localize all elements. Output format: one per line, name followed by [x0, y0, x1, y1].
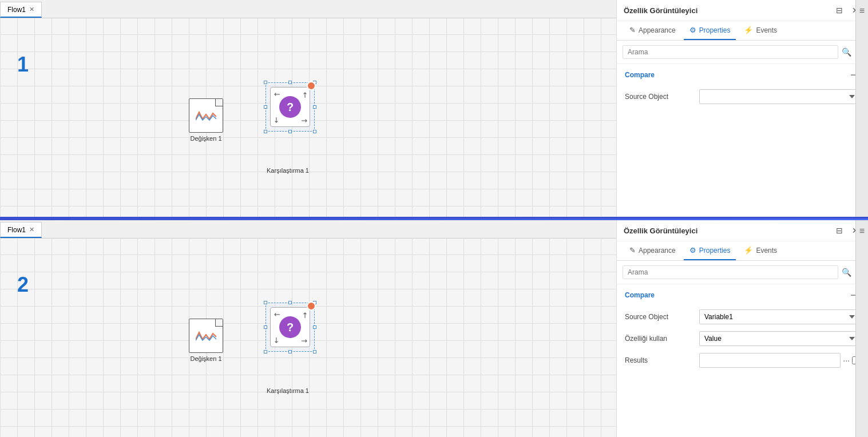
search-input-2[interactable] [623, 265, 838, 279]
property-select-2[interactable]: Value [699, 331, 860, 346]
panel-content-1: Compare — Source Object Variable1 [617, 64, 868, 217]
results-dots-button-2[interactable]: ··· [841, 356, 852, 365]
prop-control-property-2: Value [699, 331, 860, 346]
panel-header-2: Özellik Görüntüleyici ⊟ ✕ [617, 220, 868, 241]
handle-bl-2 [264, 350, 267, 353]
arrow-tl-1: ↗ [271, 89, 282, 100]
sidebar-icon-1[interactable]: ≡ [855, 0, 868, 217]
arrow-bl-2: ↗ [271, 335, 282, 345]
tab-label-2: Flow1 [7, 226, 26, 234]
prop-label-source-1: Source Object [625, 93, 693, 101]
prop-control-results-2: ··· [699, 353, 860, 368]
tab-appearance-label-2: Appearance [639, 247, 676, 255]
panel-search-1: 🔍 ▦ [617, 41, 868, 64]
tab-close-1[interactable]: ✕ [29, 6, 34, 13]
handle-br-2 [313, 350, 316, 353]
compare-node-1[interactable]: ↗ ↗ ↗ ↗ ? Karşılaştırma 1 [270, 87, 310, 174]
prop-label-property-2: Özelliği kullan [625, 335, 693, 343]
events-icon-1: ⚡ [744, 26, 753, 34]
prop-row-property-2: Özelliği kullan Value [617, 328, 868, 349]
handle-mr-2 [313, 325, 316, 329]
handle-tm-2 [288, 301, 292, 304]
compare-node-2[interactable]: ↗ ↗ ↗ ↗ ? Karşılaştırma 1 [270, 307, 310, 394]
panel-content-2: Compare — Source Object Variable1 Özell [617, 284, 868, 437]
search-input-1[interactable] [623, 45, 838, 59]
tab-appearance-2[interactable]: ✎ Appearance [624, 241, 681, 260]
tab-events-label-1: Events [756, 26, 777, 34]
tab-label-1: Flow1 [7, 6, 26, 14]
compare-section-title-2: Compare [625, 291, 655, 299]
arrow-br-2: ↗ [299, 335, 310, 345]
search-button-1[interactable]: 🔍 [842, 47, 851, 57]
variable-node-1[interactable]: Değişken 1 [189, 98, 223, 142]
handle-ml-1 [264, 105, 267, 109]
panel-search-2: 🔍 ▦ [617, 261, 868, 284]
source-object-select-2[interactable]: Variable1 [699, 309, 860, 324]
arrow-br-1: ↗ [299, 115, 310, 125]
panel-title-1: Özellik Görüntüleyici [624, 6, 697, 15]
properties-icon-2: ⚙ [689, 246, 696, 255]
properties-icon-1: ⚙ [689, 26, 696, 34]
tab-events-1[interactable]: ⚡ Events [738, 21, 783, 40]
search-button-2[interactable]: 🔍 [842, 268, 851, 277]
tab-properties-label-1: Properties [699, 26, 731, 34]
prop-row-source-1: Source Object Variable1 [617, 86, 868, 108]
pin-button-2[interactable]: ⊟ [834, 225, 845, 236]
handle-ml-2 [264, 325, 267, 329]
canvas-area-1: Flow1 ✕ 1 Değişken 1 [0, 0, 616, 217]
tab-properties-label-2: Properties [699, 247, 731, 255]
tab-properties-1[interactable]: ⚙ Properties [684, 21, 736, 40]
handle-bm-1 [288, 130, 292, 133]
section-row-1: Flow1 ✕ 1 Değişken 1 [0, 0, 868, 218]
tab-close-2[interactable]: ✕ [29, 227, 34, 233]
property-panel-2: Özellik Görüntüleyici ⊟ ✕ ✎ Appearance ⚙… [616, 220, 868, 437]
handle-tl-2 [264, 301, 267, 304]
tab-bar-1: Flow1 ✕ [0, 0, 616, 18]
canvas-nodes-2: 2 Değişken 1 [0, 244, 616, 437]
variable-label-1: Değişken 1 [190, 135, 221, 142]
tab-events-label-2: Events [756, 247, 777, 255]
variable-label-2: Değişken 1 [190, 355, 221, 362]
section-row-2: Flow1 ✕ 2 Değişken 1 [0, 220, 868, 437]
handle-tm-1 [288, 81, 292, 84]
handle-mr-1 [313, 105, 316, 109]
tab-bar-2: Flow1 ✕ [0, 220, 616, 239]
property-panel-1: Özellik Görüntüleyici ⊟ ✕ ✎ Appearance ⚙… [616, 0, 868, 217]
appearance-icon-2: ✎ [629, 246, 636, 255]
compare-arrows-1: ↗ ↗ ↗ ↗ [271, 88, 311, 128]
arrow-tr-2: ↗ [299, 309, 310, 320]
pin-button-1[interactable]: ⊟ [834, 5, 845, 16]
tab-flow1-2[interactable]: Flow1 ✕ [0, 222, 42, 238]
tab-appearance-1[interactable]: ✎ Appearance [624, 21, 681, 40]
arrow-tr-1: ↗ [299, 89, 310, 100]
handle-bl-1 [264, 130, 267, 133]
tab-events-2[interactable]: ⚡ Events [738, 241, 783, 260]
results-input-2[interactable] [699, 353, 841, 368]
variable-icon-2 [189, 319, 223, 353]
arrow-tl-2: ↗ [271, 309, 282, 320]
compare-section-header-2: Compare — [617, 284, 868, 306]
panel-tabs-1: ✎ Appearance ⚙ Properties ⚡ Events [617, 21, 868, 41]
canvas-area-2: Flow1 ✕ 2 Değişken 1 [0, 220, 616, 437]
compare-icon-bg-2: ↗ ↗ ↗ ↗ ? [270, 307, 310, 347]
compare-label-2: Karşılaştırma 1 [265, 387, 310, 394]
appearance-icon-1: ✎ [629, 26, 636, 34]
variable-node-2[interactable]: Değişken 1 [189, 319, 223, 362]
compare-section-header-1: Compare — [617, 64, 868, 86]
sidebar-icon-2[interactable]: ≡ [855, 220, 868, 437]
handle-bm-2 [288, 350, 292, 353]
prop-label-source-2: Source Object [625, 313, 693, 321]
tab-flow1-1[interactable]: Flow1 ✕ [0, 2, 42, 18]
panel-tabs-2: ✎ Appearance ⚙ Properties ⚡ Events [617, 241, 868, 261]
handle-br-1 [313, 130, 316, 133]
compare-label-1: Karşılaştırma 1 [265, 167, 310, 174]
panel-title-2: Özellik Görüntüleyici [624, 227, 697, 235]
compare-inner-1: ↗ ↗ ↗ ↗ ? [270, 87, 310, 127]
prop-control-source-1: Variable1 [699, 89, 860, 104]
compare-inner-2: ↗ ↗ ↗ ↗ ? [270, 307, 310, 347]
source-object-select-1[interactable]: Variable1 [699, 89, 860, 104]
events-icon-2: ⚡ [744, 246, 753, 255]
tab-properties-2[interactable]: ⚙ Properties [684, 241, 736, 260]
canvas-nodes-1: 1 Değişken 1 [0, 24, 616, 217]
prop-row-results-2: Results ··· [617, 349, 868, 371]
